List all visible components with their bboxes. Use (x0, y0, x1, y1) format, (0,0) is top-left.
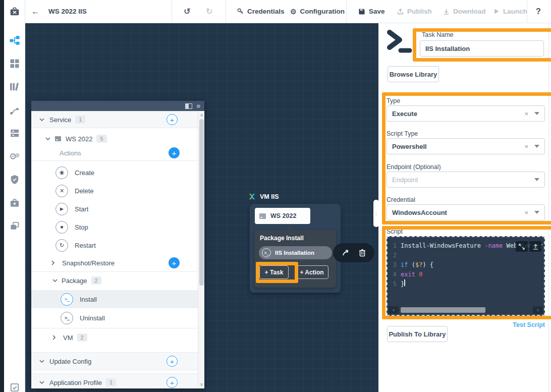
add-application-profile-button[interactable]: + (167, 377, 178, 388)
type-label: Type (387, 97, 400, 104)
tree-action-stop[interactable]: ■ Stop (31, 218, 198, 236)
script-type-select[interactable]: Powershell × (387, 138, 545, 154)
vm-button[interactable]: WS 2022 (255, 208, 310, 224)
script-editor[interactable]: 1Install-WindowsFeature -name Web-Server… (387, 236, 545, 316)
clear-icon[interactable]: × (524, 209, 528, 216)
task-name-input[interactable] (420, 40, 544, 57)
download-button[interactable]: Download (443, 0, 486, 23)
chevron-down-icon[interactable] (45, 137, 50, 140)
tree-section-service[interactable]: Service 1 + (31, 111, 198, 128)
tree-actions-header: Actions + (31, 146, 198, 159)
node-tools (333, 243, 374, 262)
divider (172, 0, 172, 23)
credential-select[interactable]: WindowsAccount × (387, 204, 545, 220)
test-script-link[interactable]: Test Script (513, 321, 545, 328)
scrollbar-thumb[interactable] (199, 119, 204, 286)
configuration-button[interactable]: ⚙ Configuration (290, 0, 345, 23)
topbar: ← WS 2022 IIS ↺ ↻ Credentials ⚙ Configur… (25, 0, 551, 23)
editor-horizontal-scrollbar[interactable]: ‹ › (389, 306, 543, 314)
tree-task-uninstall[interactable]: >_ Uninstall (31, 309, 198, 327)
type-select[interactable]: Execute × (387, 105, 545, 122)
toolbox-gear-icon[interactable] (10, 198, 20, 208)
save-button[interactable]: Save (358, 0, 385, 23)
restart-icon: ↻ (56, 239, 68, 252)
redo-button[interactable]: ↻ (206, 0, 212, 23)
scroll-right-icon[interactable]: › (533, 306, 543, 314)
tree-action-start[interactable]: ▶ Start (31, 200, 198, 218)
endpoint-select[interactable]: Endpoint (387, 172, 545, 188)
panel-scrollbar-track[interactable] (548, 23, 549, 392)
chevron-down-icon[interactable] (534, 145, 539, 148)
add-task-button[interactable]: + Task (259, 265, 289, 279)
grid-icon[interactable] (10, 59, 19, 69)
stop-icon: ■ (56, 221, 68, 234)
panel-layout-icon[interactable] (185, 103, 192, 109)
launch-button[interactable]: Launch (493, 0, 527, 23)
library-icon[interactable] (10, 82, 20, 91)
back-arrow-icon: ← (31, 8, 39, 16)
tree-action-restart[interactable]: ↻ Restart (31, 236, 198, 254)
chevron-down-icon[interactable] (39, 118, 44, 121)
chevron-down-icon[interactable] (534, 178, 539, 181)
tree-group-snapshot[interactable]: Snapshot/Restore + (31, 255, 198, 270)
back-button[interactable]: ← (31, 0, 39, 23)
chevron-down-icon[interactable] (52, 279, 58, 282)
scrollbar-thumb[interactable] (401, 307, 485, 313)
tree-group-package[interactable]: Package 2 (31, 272, 198, 289)
chevron-down-icon[interactable] (534, 112, 539, 115)
tree-scrollbar[interactable]: ∧ ∨ (198, 111, 204, 388)
chevron-down-icon[interactable] (534, 211, 539, 214)
trash-icon[interactable] (359, 249, 366, 257)
publish-to-library-button[interactable]: Publish To Library (387, 326, 448, 342)
add-action-button[interactable]: + Action (295, 265, 328, 279)
workflow-node-card[interactable]: WS 2022 Package Install >_ IIS Installat… (250, 204, 341, 293)
tree-body: Service 1 + WS 2022 5 Actions + (31, 111, 204, 388)
tree-group-vm[interactable]: VM 2 (31, 330, 198, 345)
pipeline-icon[interactable] (10, 105, 20, 115)
add-update-config-button[interactable]: + (167, 356, 178, 367)
tree-action-create[interactable]: Create (31, 163, 198, 182)
checklist-icon[interactable] (10, 383, 19, 392)
task-pill[interactable]: >_ IIS Installation (259, 246, 332, 259)
add-action-button[interactable]: + (169, 147, 180, 158)
tree-task-install[interactable]: >_ Install (31, 290, 198, 308)
app-window: ⚙⚙ ← WS 2022 IIS ↺ ↻ Credentials ⚙ Confi… (0, 0, 551, 392)
chevron-right-icon[interactable] (51, 260, 57, 265)
gears-icon[interactable]: ⚙⚙ (9, 152, 20, 161)
help-button[interactable]: ? (536, 0, 541, 23)
upload-script-button[interactable] (529, 241, 541, 252)
connect-arrow-icon[interactable] (342, 249, 350, 257)
shield-check-icon[interactable] (10, 175, 19, 185)
server-node-icon (54, 136, 62, 142)
scroll-down-icon[interactable]: ∨ (198, 382, 204, 387)
scroll-left-icon[interactable]: ‹ (389, 306, 399, 314)
undo-button[interactable]: ↺ (184, 0, 190, 23)
copy-icon[interactable] (10, 222, 19, 231)
tree-section-application-profile[interactable]: Application Profile 1 + (31, 373, 198, 388)
add-service-button[interactable]: + (167, 114, 178, 125)
chevron-right-icon[interactable] (52, 335, 58, 340)
workflow-icon[interactable] (9, 35, 20, 46)
workflow-canvas[interactable]: ≡ Service 1 + WS 2022 5 (25, 23, 378, 392)
scroll-up-icon[interactable]: ∧ (198, 113, 204, 118)
chevron-down-icon[interactable] (39, 360, 44, 363)
clear-icon[interactable]: × (524, 143, 528, 150)
app-logo-briefcase-x-icon[interactable] (9, 6, 20, 17)
expand-editor-button[interactable] (516, 241, 528, 252)
tree-node-ws2022[interactable]: WS 2022 5 (31, 131, 198, 146)
clear-icon[interactable]: × (524, 110, 528, 118)
browse-library-button[interactable]: Browse Library (388, 66, 439, 82)
tree-section-update-config[interactable]: Update Config + (31, 352, 198, 370)
menu-icon[interactable]: ≡ (196, 103, 200, 109)
tree-action-delete[interactable]: ✕ Delete (31, 182, 198, 200)
node-title[interactable]: VM IIS (248, 193, 279, 200)
code-line: 5} (388, 279, 544, 289)
server-icon[interactable] (10, 129, 20, 138)
count-badge: 5 (96, 135, 106, 143)
publish-button[interactable]: Publish (397, 0, 432, 23)
credentials-button[interactable]: Credentials (237, 0, 285, 23)
chevron-down-icon[interactable] (39, 381, 44, 384)
terminal-large-icon (385, 28, 414, 54)
add-snapshot-button[interactable]: + (169, 257, 180, 268)
group-title: Package Install (260, 235, 304, 242)
